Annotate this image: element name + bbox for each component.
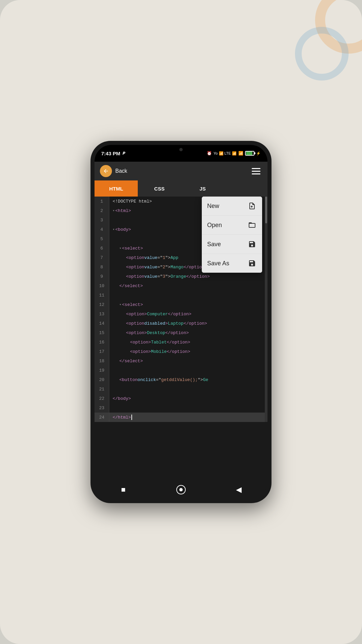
tab-css[interactable]: CSS	[138, 180, 181, 197]
status-bar: 7:43 PM 𝙋 ⏰ Yo 📶 LTE 📶 📶 ⚡	[95, 145, 267, 162]
charging-icon: ⚡	[256, 151, 261, 156]
tab-css-label: CSS	[154, 186, 165, 192]
line-num-7: 7	[95, 253, 109, 262]
tab-html[interactable]: HTML	[95, 180, 138, 197]
scrollbar[interactable]	[265, 197, 267, 422]
menu-open-label: Open	[207, 222, 222, 229]
back-button[interactable]: Back	[100, 165, 127, 177]
line-num-23: 23	[95, 403, 109, 413]
bottom-nav: ■ ◀	[95, 480, 267, 499]
code-line-12: ▾ <select>	[109, 300, 267, 309]
menu-new-label: New	[207, 203, 219, 210]
line-num-10: 10	[95, 281, 109, 290]
battery-fill	[246, 152, 252, 155]
line-num-9: 9	[95, 272, 109, 281]
code-line-11	[109, 290, 267, 300]
tab-js-label: JS	[199, 186, 205, 192]
alarm-icon: ⏰	[207, 151, 212, 156]
line-num-20: 20	[95, 375, 109, 384]
hamburger-line	[252, 168, 260, 169]
menu-item-open[interactable]: Open	[202, 216, 262, 235]
tab-spacer	[224, 180, 267, 197]
line-num-4: 4	[95, 225, 109, 234]
code-line-21	[109, 384, 267, 394]
line-num-17: 17	[95, 347, 109, 356]
battery-icon	[245, 151, 254, 156]
line-num-21: 21	[95, 384, 109, 394]
signal-icons: Yo 📶 LTE 📶	[214, 151, 237, 156]
status-time: 7:43 PM 𝙋	[101, 151, 125, 156]
menu-save-label: Save	[207, 241, 221, 248]
code-line-22: </body>	[109, 394, 267, 403]
home-icon	[176, 485, 186, 494]
line-num-12: 12	[95, 300, 109, 309]
code-line-17: <option>Mobile</option>	[109, 347, 267, 356]
phone-frame: 7:43 PM 𝙋 ⏰ Yo 📶 LTE 📶 📶 ⚡	[90, 141, 272, 503]
line-num-14: 14	[95, 319, 109, 328]
tab-js[interactable]: JS	[181, 180, 224, 197]
line-num-15: 15	[95, 328, 109, 337]
back-nav-button[interactable]: ◀	[233, 484, 245, 496]
line-num-13: 13	[95, 309, 109, 319]
home-button[interactable]	[175, 484, 187, 496]
code-line-10: </select>	[109, 281, 267, 290]
code-line-16: <option>Tablet</option>	[109, 337, 267, 347]
hamburger-line	[252, 171, 260, 172]
code-line-15: <option>Desktop</option>	[109, 328, 267, 337]
tab-bar: HTML CSS JS	[95, 180, 267, 197]
back-circle-icon	[100, 165, 112, 177]
save-as-icon	[247, 259, 257, 268]
stop-icon: ■	[121, 485, 125, 494]
line-num-6: 6	[95, 244, 109, 253]
line-num-22: 22	[95, 394, 109, 403]
carrier-icon: 𝙋	[122, 151, 125, 156]
code-line-13: <option>Computer</option>	[109, 309, 267, 319]
line-num-1: 1	[95, 197, 109, 206]
menu-item-save-as[interactable]: Save As	[202, 254, 262, 273]
camera	[179, 148, 183, 151]
line-num-8: 8	[95, 262, 109, 272]
menu-save-as-label: Save As	[207, 260, 229, 267]
code-line-18: </select>	[109, 356, 267, 366]
hamburger-menu-button[interactable]	[250, 165, 262, 177]
back-nav-icon: ◀	[236, 485, 242, 494]
menu-item-save[interactable]: Save	[202, 235, 262, 254]
time-display: 7:43 PM	[101, 151, 120, 156]
top-bar: Back	[95, 162, 267, 180]
back-label: Back	[115, 168, 127, 174]
code-line-24: </html>	[109, 413, 267, 422]
tab-html-label: HTML	[109, 186, 123, 192]
status-icons: ⏰ Yo 📶 LTE 📶 📶 ⚡	[207, 151, 261, 156]
line-num-18: 18	[95, 356, 109, 366]
code-line-9: <option value="3">Orange</option>	[109, 272, 267, 281]
line-num-5: 5	[95, 234, 109, 244]
hamburger-line	[252, 173, 260, 174]
stop-button[interactable]: ■	[117, 484, 129, 496]
line-num-11: 11	[95, 290, 109, 300]
wifi-icon: 📶	[238, 151, 243, 156]
code-line-19	[109, 366, 267, 375]
code-line-20: <button onclick="getddlValue();">Ge	[109, 375, 267, 384]
line-num-24: 24	[95, 413, 109, 422]
scrollbar-thumb	[265, 197, 267, 223]
line-num-3: 3	[95, 215, 109, 225]
line-num-19: 19	[95, 366, 109, 375]
dropdown-menu: New Open	[202, 197, 262, 273]
line-num-16: 16	[95, 337, 109, 347]
code-line-23	[109, 403, 267, 413]
line-num-2: 2	[95, 206, 109, 215]
app-content: Back HTML CSS JS	[95, 162, 267, 499]
editor-wrapper: 1 2 3 4 5 6 7 8 9 10 11 12 13 14	[95, 197, 267, 480]
line-numbers: 1 2 3 4 5 6 7 8 9 10 11 12 13 14	[95, 197, 109, 422]
code-line-14: <option disabled>Laptop</option>	[109, 319, 267, 328]
open-file-icon	[247, 220, 257, 230]
menu-item-new[interactable]: New	[202, 197, 262, 216]
new-file-icon	[247, 201, 257, 211]
save-icon	[247, 239, 257, 249]
notch	[168, 145, 194, 154]
phone-screen: 7:43 PM 𝙋 ⏰ Yo 📶 LTE 📶 📶 ⚡	[95, 145, 267, 499]
